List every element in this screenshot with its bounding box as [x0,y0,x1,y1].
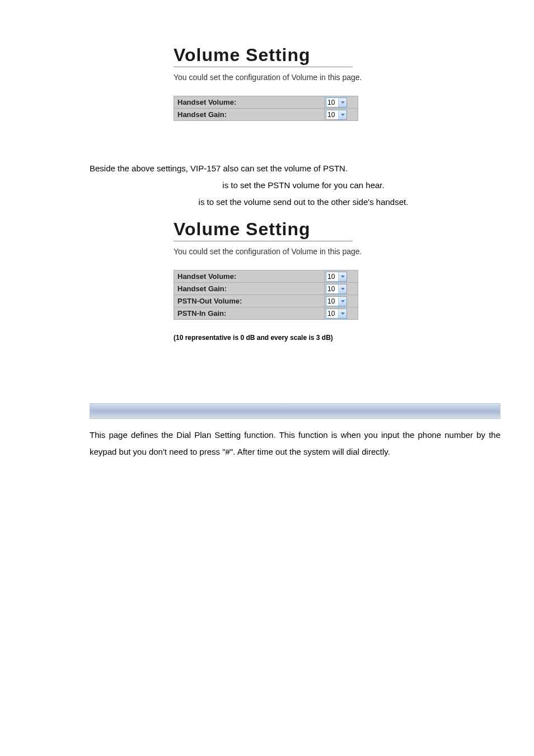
dropdown-value: 10 [326,297,338,305]
handset-gain-label: Handset Gain: [174,283,325,295]
pstn-out-volume-select[interactable]: 10 [326,296,347,306]
table-row: Handset Gain: 10 [174,109,358,121]
chevron-down-icon [338,110,346,119]
chevron-down-icon [338,98,346,107]
dropdown-value: 10 [326,111,338,119]
handset-gain-label: Handset Gain: [174,109,325,121]
table-row: PSTN-Out Volume: 10 [174,295,358,307]
pstn-out-volume-cell: 10 [325,295,358,307]
chevron-down-icon [338,272,346,281]
settings-table-2: Handset Volume: 10 Handset Gain: 10 [174,270,358,320]
handset-gain-cell: 10 [325,109,358,121]
settings-table-1: Handset Volume: 10 Handset Gain: 10 [174,96,358,121]
pstn-in-gain-cell: 10 [325,307,358,320]
db-note: (10 representative is 0 dB and every sca… [174,334,534,342]
handset-gain-cell: 10 [325,283,358,295]
handset-volume-select[interactable]: 10 [326,272,347,282]
table-row: PSTN-In Gain: 10 [174,307,358,320]
section-title: Volume Setting [174,219,353,241]
chevron-down-icon [338,309,346,318]
handset-gain-select[interactable]: 10 [326,110,347,120]
dial-plan-desc: This page defines the Dial Plan Setting … [90,427,500,460]
pstn-in-gain-label: PSTN-In Gain: [174,307,325,320]
explanation-line-1: Beside the above settings, VIP-157 also … [90,160,489,177]
explanation-line-3: is to set the volume send out to the oth… [118,194,489,211]
section-desc: You could set the configuration of Volum… [174,73,534,82]
chevron-down-icon [338,284,346,293]
handset-volume-cell: 10 [325,270,358,283]
dropdown-value: 10 [326,285,338,293]
handset-gain-select[interactable]: 10 [326,284,347,294]
section-title: Volume Setting [174,45,353,67]
volume-setting-section-1: Volume Setting You could set the configu… [174,45,534,121]
handset-volume-select[interactable]: 10 [326,97,347,108]
chevron-down-icon [338,297,346,306]
explanation-block: Beside the above settings, VIP-157 also … [90,160,489,211]
table-row: Handset Gain: 10 [174,283,358,295]
section-divider-bar [90,403,500,419]
table-row: Handset Volume: 10 [174,270,358,283]
gradient-bar [90,403,500,419]
handset-volume-label: Handset Volume: [174,270,325,283]
dropdown-value: 10 [326,99,338,106]
dropdown-value: 10 [326,273,338,281]
pstn-in-gain-select[interactable]: 10 [326,309,347,319]
table-row: Handset Volume: 10 [174,96,358,109]
section-desc: You could set the configuration of Volum… [174,247,534,256]
explanation-line-2: is to set the PSTN volume for you can he… [118,177,489,194]
pstn-out-volume-label: PSTN-Out Volume: [174,295,325,307]
volume-setting-section-2: Volume Setting You could set the configu… [174,219,534,320]
handset-volume-cell: 10 [325,96,358,109]
dropdown-value: 10 [326,310,338,318]
handset-volume-label: Handset Volume: [174,96,325,109]
dial-plan-block: This page defines the Dial Plan Setting … [90,427,500,460]
